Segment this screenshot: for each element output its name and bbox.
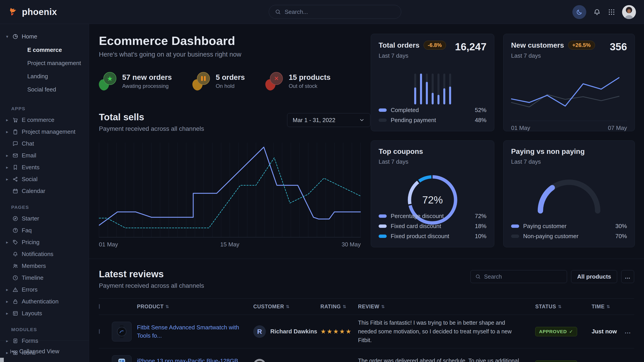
caret-right-icon: ▸ [5, 287, 9, 292]
theme-toggle-button[interactable] [572, 5, 586, 19]
sidebar-subitem-ecommerce[interactable]: E commerce [27, 43, 89, 56]
moon-icon [576, 8, 583, 16]
avatar-initial: R [253, 325, 266, 338]
row-checkbox[interactable] [99, 329, 100, 334]
card-period: Last 7 days [511, 52, 595, 59]
sidebar-item-starter[interactable]: Starter [0, 213, 89, 225]
brand-logo[interactable]: phoenix [8, 7, 57, 17]
legend-row: Paying customer 30% [511, 221, 627, 231]
select-all-checkbox[interactable] [99, 304, 100, 309]
check-icon: ✓ [569, 329, 573, 334]
scrollbar-corner [0, 358, 4, 362]
legend-swatch [511, 235, 519, 238]
table-row: iPhone 13 pro max-Pacific Blue-128GB sto… [99, 348, 634, 362]
column-header-status[interactable]: STATUS⇅ [535, 304, 592, 310]
customer-cell[interactable]: R Richard Dawkins [253, 325, 320, 338]
table-header-row: PRODUCT⇅ CUSTOMER⇅ RATING⇅ REVIEW⇅ STATU… [99, 298, 634, 315]
product-link[interactable]: Fitbit Sense Advanced Smartwatch with To… [137, 323, 253, 340]
product-thumbnail-smartwatch[interactable] [112, 322, 132, 342]
page-title: Ecommerce Dashboard [99, 34, 370, 48]
layout-icon [12, 310, 18, 316]
global-search-input[interactable] [285, 8, 395, 15]
column-header-time[interactable]: TIME⇅ [592, 304, 625, 310]
sidebar-item-members[interactable]: Members [0, 260, 89, 272]
sidebar-item-label: Starter [22, 215, 39, 222]
reviews-title: Latest reviews [99, 269, 204, 280]
sidebar-item-pricing[interactable]: ▸ Pricing [0, 236, 89, 248]
sidebar-item-label: Email [22, 152, 36, 159]
sidebar-subitem-landing[interactable]: Landing [27, 70, 89, 83]
sidebar-item-chat[interactable]: Chat [0, 138, 89, 150]
legend-row: Non-paying customer 70% [511, 231, 627, 241]
stat-out-of-stock: ✕ 15 products Out of stock [266, 72, 330, 90]
status-badge: APPROVED✓ [535, 327, 577, 336]
collapsed-view-toggle[interactable]: Collapsed View [0, 341, 89, 362]
column-header-product[interactable]: PRODUCT⇅ [137, 304, 253, 310]
card-value: 356 [610, 41, 627, 53]
orders-bar-chart [378, 73, 486, 104]
caret-right-icon: ▸ [5, 299, 9, 304]
reviews-search-input[interactable] [484, 274, 562, 280]
total-orders-card: Total orders -6.8% Last 7 days 16,247 Co… [371, 34, 494, 131]
apps-grid-button[interactable] [608, 8, 615, 16]
all-products-button[interactable]: All products [571, 270, 617, 283]
sidebar-subitem-social-feed[interactable]: Social feed [27, 83, 89, 96]
sidebar-item-email[interactable]: ▸ Email [0, 150, 89, 161]
sidebar-item-ecommerce[interactable]: ▸ E commerce [0, 114, 89, 126]
x-axis-label: 01 May [511, 125, 530, 131]
sidebar-item-label: Home [22, 33, 37, 40]
sidebar-section-pages: PAGES [0, 197, 89, 213]
sidebar-item-home[interactable]: ▾ Home [0, 31, 89, 42]
bell-icon [593, 8, 601, 16]
customer-cell[interactable]: Ashley Garrett [253, 359, 320, 362]
caret-right-icon: ▸ [5, 129, 9, 134]
review-text: This Fitbit is fantastic! I was trying t… [358, 318, 535, 344]
legend-row: Percentage discount 72% [378, 211, 486, 221]
column-header-review[interactable]: REVIEW⇅ [358, 304, 535, 310]
lock-icon [12, 299, 18, 305]
sidebar-item-label: Layouts [22, 310, 42, 317]
brand-name: phoenix [22, 7, 57, 17]
sidebar-item-project-management[interactable]: ▸ Project management [0, 126, 89, 138]
sidebar-item-layouts[interactable]: ▸ Layouts [0, 308, 89, 319]
sidebar-item-authentication[interactable]: ▸ Authentication [0, 296, 89, 308]
row-menu-button[interactable]: ... [625, 328, 634, 335]
sidebar-item-timeline[interactable]: Timeline [0, 272, 89, 284]
column-header-customer[interactable]: CUSTOMER⇅ [253, 304, 320, 310]
sort-icon: ⇅ [165, 304, 169, 309]
column-header-rating[interactable]: RATING⇅ [320, 304, 358, 310]
sidebar-item-faq[interactable]: Faq [0, 225, 89, 236]
total-sells-chart: 01 May 15 May 30 May [99, 141, 361, 248]
sidebar-item-events[interactable]: ▸ Events [0, 161, 89, 173]
reviews-table: PRODUCT⇅ CUSTOMER⇅ RATING⇅ REVIEW⇅ STATU… [99, 298, 634, 362]
more-options-button[interactable]: ... [621, 270, 634, 283]
notifications-button[interactable] [593, 8, 601, 16]
top-coupons-card: Top coupons Last 7 days 72% Percentage d… [371, 140, 494, 247]
tag-icon [12, 239, 18, 245]
stat-value: 5 orders [216, 73, 245, 82]
envelope-icon [12, 152, 18, 159]
sidebar-item-calendar[interactable]: Calendar [0, 185, 89, 197]
caret-right-icon: ▸ [5, 240, 9, 245]
sidebar-item-label: Notifications [22, 251, 54, 258]
status-badge: APPROVED✓ [535, 361, 577, 362]
sidebar-item-label: Calendar [22, 188, 46, 195]
reviews-search[interactable] [470, 270, 567, 283]
card-title: New customers [511, 41, 564, 49]
review-text: The order was delivered ahead of schedul… [358, 357, 535, 362]
product-link[interactable]: iPhone 13 pro max-Pacific Blue-128GB sto… [137, 357, 253, 362]
date-range-select[interactable]: Mar 1 - 31, 2022 [287, 113, 370, 127]
sidebar-item-label: Authentication [22, 298, 59, 305]
sidebar-subitem-project-management[interactable]: Project management [27, 56, 89, 70]
sidebar-item-label: Members [22, 263, 46, 269]
sort-icon: ⇅ [381, 304, 385, 309]
user-avatar[interactable] [622, 5, 636, 19]
sidebar-item-social[interactable]: ▸ Social [0, 173, 89, 185]
global-search[interactable] [269, 5, 401, 19]
card-title: Paying vs non paying [511, 147, 627, 156]
x-axis-label: 30 May [342, 241, 361, 248]
sidebar-item-notifications[interactable]: Notifications [0, 248, 89, 260]
product-thumbnail-iphone[interactable] [112, 355, 132, 362]
sidebar-section-modules: MODULES [0, 319, 89, 335]
sidebar-item-errors[interactable]: ▸ Errors [0, 284, 89, 296]
